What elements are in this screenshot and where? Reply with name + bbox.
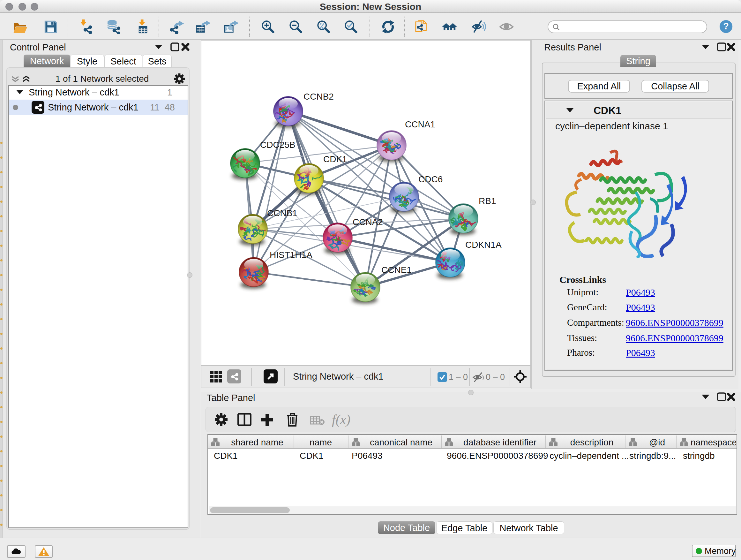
svg-text:?: ?	[723, 21, 729, 31]
svg-text:CDK1: CDK1	[323, 154, 347, 164]
svg-text:CCNB1: CCNB1	[267, 208, 297, 218]
svg-text:RB1: RB1	[479, 196, 496, 206]
svg-text:CCNB2: CCNB2	[304, 91, 334, 102]
svg-text:CCNE1: CCNE1	[381, 265, 412, 275]
svg-text:CDC6: CDC6	[418, 174, 443, 184]
svg-text:CDC25B: CDC25B	[260, 140, 295, 150]
svg-text:CCNA2: CCNA2	[353, 217, 383, 227]
svg-text:HIST1H1A: HIST1H1A	[270, 250, 313, 260]
svg-text:CCNA1: CCNA1	[405, 119, 435, 129]
svg-text:CDKN1A: CDKN1A	[465, 240, 502, 250]
